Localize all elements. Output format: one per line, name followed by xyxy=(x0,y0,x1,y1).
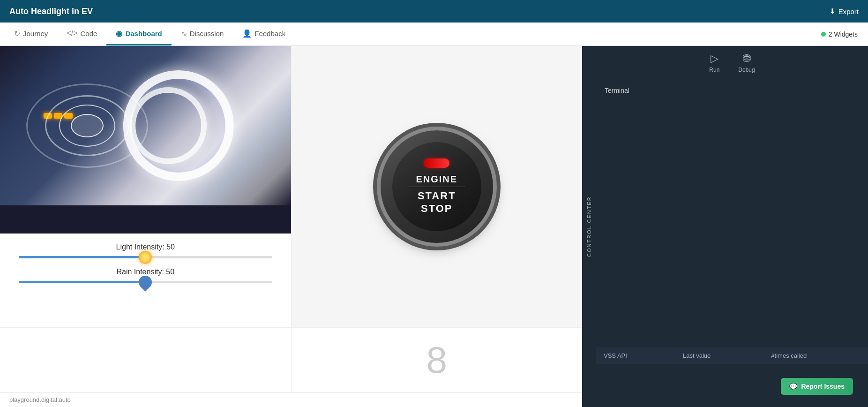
tab-discussion[interactable]: ∿ Discussion xyxy=(172,23,233,45)
widgets-badge: 2 Widgets xyxy=(816,29,863,40)
tab-code[interactable]: </> Code xyxy=(57,23,106,45)
report-issues-button[interactable]: 💬 Report Issues xyxy=(781,378,853,395)
engine-red-indicator xyxy=(424,158,449,168)
tab-dashboard-label: Dashboard xyxy=(125,30,162,38)
report-issues-container: 💬 Report Issues xyxy=(596,369,868,407)
export-icon: ⬇ xyxy=(830,7,836,15)
rain-intensity-slider-container: Rain Intensity: 50 xyxy=(14,268,277,283)
feedback-icon: 👤 xyxy=(242,29,252,38)
control-center-sidebar: CONTROL CENTER xyxy=(582,46,596,407)
engine-divider xyxy=(409,187,465,187)
debug-button[interactable]: ⛃ Debug xyxy=(738,53,755,73)
tab-code-label: Code xyxy=(81,30,97,38)
main-content: Light Intensity: 50 Rain Intensity: 50 xyxy=(0,46,868,407)
widget-engine: ENGINE START STOP xyxy=(292,46,583,327)
vss-table-header-row: VSS API Last value #times called xyxy=(596,347,868,364)
terminal-label: Terminal xyxy=(605,87,860,94)
vss-table-section: VSS API Last value #times called xyxy=(596,347,868,369)
engine-start-label: START STOP xyxy=(418,190,456,215)
footer-bar: playground.digital.auto xyxy=(0,392,582,407)
debug-icon: ⛃ xyxy=(742,53,751,65)
tab-journey-label: Journey xyxy=(23,30,48,38)
run-label: Run xyxy=(709,67,719,73)
rain-intensity-label: Rain Intensity: 50 xyxy=(14,268,277,276)
nav-bar: ↻ Journey </> Code ◉ Dashboard ∿ Discuss… xyxy=(0,23,868,46)
nav-tabs: ↻ Journey </> Code ◉ Dashboard ∿ Discuss… xyxy=(5,23,295,45)
widget-headlight-sliders: Light Intensity: 50 Rain Intensity: 50 xyxy=(0,46,292,327)
light-intensity-slider-container: Light Intensity: 50 xyxy=(14,243,277,258)
bottom-right-panel: 8 xyxy=(291,328,583,392)
vss-col-times-called: #times called xyxy=(763,347,868,364)
run-button[interactable]: ▷ Run xyxy=(709,53,719,73)
tab-feedback-label: Feedback xyxy=(254,30,285,38)
sliders-section: Light Intensity: 50 Rain Intensity: 50 xyxy=(0,234,291,302)
dashboard-panel: Light Intensity: 50 Rain Intensity: 50 xyxy=(0,46,582,407)
headlight-image-widget xyxy=(0,46,291,234)
run-debug-bar: ▷ Run ⛃ Debug xyxy=(596,46,868,80)
code-icon: </> xyxy=(67,29,77,38)
right-panel: ▷ Run ⛃ Debug Terminal VSS API Last valu… xyxy=(596,46,868,407)
tab-dashboard[interactable]: ◉ Dashboard xyxy=(106,23,171,45)
footer-url: playground.digital.auto xyxy=(9,396,71,403)
report-issues-icon: 💬 xyxy=(789,383,797,390)
app-title: Auto Headlight in EV xyxy=(9,7,93,16)
widget-number: 8 xyxy=(427,339,448,382)
debug-label: Debug xyxy=(738,67,755,73)
tab-journey[interactable]: ↻ Journey xyxy=(5,23,57,45)
discussion-icon: ∿ xyxy=(181,29,187,38)
headlight-image xyxy=(0,46,291,205)
light-intensity-label: Light Intensity: 50 xyxy=(14,243,277,251)
vss-table: VSS API Last value #times called xyxy=(596,347,868,364)
vss-col-last-value: Last value xyxy=(675,347,763,364)
tab-discussion-label: Discussion xyxy=(190,30,224,38)
app-header: Auto Headlight in EV ⬇ Export xyxy=(0,0,868,23)
vss-col-api: VSS API xyxy=(596,347,675,364)
engine-button-inner: ENGINE START STOP xyxy=(392,142,481,231)
dashboard-icon: ◉ xyxy=(116,29,122,38)
export-label: Export xyxy=(838,8,859,15)
export-button[interactable]: ⬇ Export xyxy=(830,7,859,15)
report-issues-label: Report Issues xyxy=(801,383,845,390)
journey-icon: ↻ xyxy=(14,29,20,38)
tab-feedback[interactable]: 👤 Feedback xyxy=(233,23,295,45)
terminal-section: Terminal xyxy=(596,80,868,347)
engine-start-stop-button[interactable]: ENGINE START STOP xyxy=(381,130,493,243)
control-center-label: CONTROL CENTER xyxy=(586,196,592,257)
widgets-count-label: 2 Widgets xyxy=(829,30,858,38)
engine-label: ENGINE xyxy=(416,174,457,184)
widgets-dot xyxy=(821,32,826,37)
terminal-content[interactable] xyxy=(605,99,860,341)
bottom-row: 8 xyxy=(0,328,582,392)
bottom-left-panel xyxy=(0,328,291,392)
run-icon: ▷ xyxy=(711,53,718,65)
